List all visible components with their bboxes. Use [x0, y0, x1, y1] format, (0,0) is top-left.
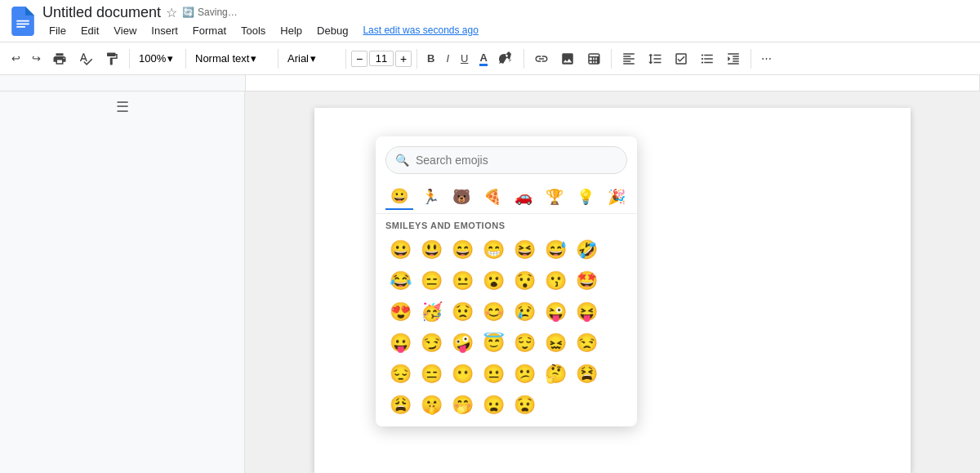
link-button[interactable] [529, 48, 554, 69]
emoji-grin[interactable]: 😁 [479, 235, 508, 265]
star-icon[interactable]: ☆ [166, 5, 177, 20]
zoom-arrow: ▾ [167, 52, 173, 65]
font-size-increase[interactable]: + [395, 51, 412, 67]
emoji-search-wrapper: 🔍 [385, 146, 627, 174]
menu-debug[interactable]: Debug [310, 23, 354, 38]
emoji-search-bar: 🔍 [376, 136, 637, 181]
emoji-thinking[interactable]: 🤔 [541, 359, 570, 389]
menu-file[interactable]: File [42, 23, 73, 38]
highlight-button[interactable] [494, 48, 519, 69]
emoji-unamused[interactable]: 😒 [572, 328, 601, 358]
underline-button[interactable]: U [456, 49, 473, 68]
emoji-smile[interactable]: 😄 [448, 235, 477, 265]
emoji-confounded[interactable]: 😖 [541, 328, 570, 358]
emoji-expressionless[interactable]: 😑 [416, 266, 446, 296]
emoji-worried[interactable]: 😟 [448, 297, 477, 327]
emoji-face-neutral2[interactable]: 😐 [479, 359, 508, 389]
emoji-hand-over-mouth[interactable]: 🤭 [448, 390, 477, 420]
line-spacing-button[interactable] [643, 48, 667, 69]
cat-food[interactable]: 🍕 [479, 185, 506, 209]
emoji-relieved[interactable]: 😌 [510, 328, 539, 358]
menu-edit[interactable]: Edit [74, 23, 105, 38]
emoji-stuck-out-tongue[interactable]: 😛 [385, 328, 415, 358]
emoji-grinning[interactable]: 😀 [385, 235, 415, 265]
emoji-halo[interactable]: 😇 [479, 328, 508, 358]
bold-button[interactable]: B [422, 49, 439, 68]
style-select[interactable]: Normal text ▾ [191, 50, 273, 67]
cat-activities[interactable]: 🏆 [541, 185, 568, 209]
doc-title[interactable]: Untitled document [42, 4, 161, 21]
emoji-zany[interactable]: 🤪 [448, 328, 477, 358]
emoji-cry[interactable]: 😢 [510, 297, 539, 327]
emoji-kissing[interactable]: 😗 [541, 266, 570, 296]
emoji-partying[interactable]: 🥳 [416, 297, 446, 327]
menu-help[interactable]: Help [274, 23, 309, 38]
emoji-sweat-smile[interactable]: 😅 [541, 235, 570, 265]
font-size-input[interactable] [369, 51, 394, 66]
zoom-value: 100% [139, 52, 166, 65]
font-select[interactable]: Arial ▾ [283, 50, 341, 67]
menu-tools[interactable]: Tools [234, 23, 272, 38]
menu-view[interactable]: View [107, 23, 143, 38]
table-button[interactable] [581, 48, 606, 69]
emoji-categories: 😀 🏃 🐻 🍕 🚗 🏆 💡 🎉 🚩 [376, 181, 637, 214]
emoji-neutral[interactable]: 😐 [448, 266, 477, 296]
emoji-section-title: SMILEYS AND EMOTIONS [385, 221, 627, 230]
menu-format[interactable]: Format [186, 23, 233, 38]
emoji-tired[interactable]: 😫 [572, 359, 601, 389]
emoji-shushing[interactable]: 🤫 [416, 390, 446, 420]
indent-button[interactable] [721, 48, 746, 69]
checklist-button[interactable] [669, 48, 693, 69]
emoji-wink[interactable]: 😜 [541, 297, 570, 327]
emoji-weary[interactable]: 😩 [385, 390, 415, 420]
emoji-pensive[interactable]: 😔 [385, 359, 415, 389]
emoji-hushed[interactable]: 😯 [510, 266, 539, 296]
print-button[interactable] [47, 48, 72, 69]
cat-people[interactable]: 🏃 [416, 185, 444, 209]
emoji-smiley[interactable]: 😃 [416, 235, 446, 265]
emoji-joy[interactable]: 😂 [385, 266, 415, 296]
last-edit-label[interactable]: Last edit was seconds ago [363, 25, 478, 36]
cat-symbols[interactable]: 🎉 [603, 185, 630, 209]
cat-flags[interactable]: 🚩 [634, 185, 637, 209]
emoji-frowning[interactable]: 😦 [479, 390, 508, 420]
emoji-stuck-out-tongue-closed[interactable]: 😝 [572, 297, 601, 327]
emoji-open-mouth[interactable]: 😮 [479, 266, 508, 296]
undo-button[interactable]: ↩ [7, 49, 25, 68]
redo-button[interactable]: ↪ [27, 49, 46, 68]
cat-objects[interactable]: 💡 [572, 185, 599, 209]
align-button[interactable] [617, 48, 641, 69]
document-page[interactable]: 🎉 🔍 😀 🏃 🐻 🍕 🚗 🏆 [245, 91, 980, 473]
italic-button[interactable]: I [441, 49, 454, 68]
saving-area: 🔄 Saving… [182, 7, 238, 18]
svg-rect-2 [16, 26, 25, 28]
emoji-blush[interactable]: 😊 [479, 297, 508, 327]
bullet-list-button[interactable] [695, 48, 719, 69]
emoji-rofl[interactable]: 🤣 [572, 235, 601, 265]
emoji-smirk[interactable]: 😏 [416, 328, 446, 358]
font-value: Arial [287, 52, 309, 65]
image-button[interactable] [555, 48, 580, 69]
emoji-no-mouth[interactable]: 😶 [448, 359, 477, 389]
separator-1 [129, 49, 130, 69]
menu-insert[interactable]: Insert [145, 23, 185, 38]
cat-travel[interactable]: 🚗 [510, 185, 537, 209]
font-color-button[interactable]: A [474, 48, 492, 69]
outline-icon: ☰ [116, 98, 129, 116]
emoji-heart-eyes[interactable]: 😍 [385, 297, 415, 327]
cat-animals[interactable]: 🐻 [448, 185, 475, 209]
cat-smileys[interactable]: 😀 [385, 184, 413, 210]
emoji-search-input[interactable] [385, 146, 627, 174]
font-size-decrease[interactable]: − [351, 51, 368, 67]
toolbar: ↩ ↪ 100% ▾ Normal text ▾ Arial ▾ − [0, 42, 980, 75]
paint-format-button[interactable] [100, 48, 124, 69]
emoji-anguished[interactable]: 😧 [510, 390, 539, 420]
zoom-select[interactable]: 100% ▾ [135, 50, 180, 67]
emoji-star-struck[interactable]: 🤩 [572, 266, 601, 296]
spellcheck-button[interactable] [74, 48, 98, 69]
more-button[interactable]: ⋯ [756, 49, 777, 68]
sync-icon: 🔄 [182, 7, 194, 18]
emoji-expressionless2[interactable]: 😑 [416, 359, 446, 389]
emoji-confused[interactable]: 😕 [510, 359, 539, 389]
emoji-laughing[interactable]: 😆 [510, 235, 539, 265]
